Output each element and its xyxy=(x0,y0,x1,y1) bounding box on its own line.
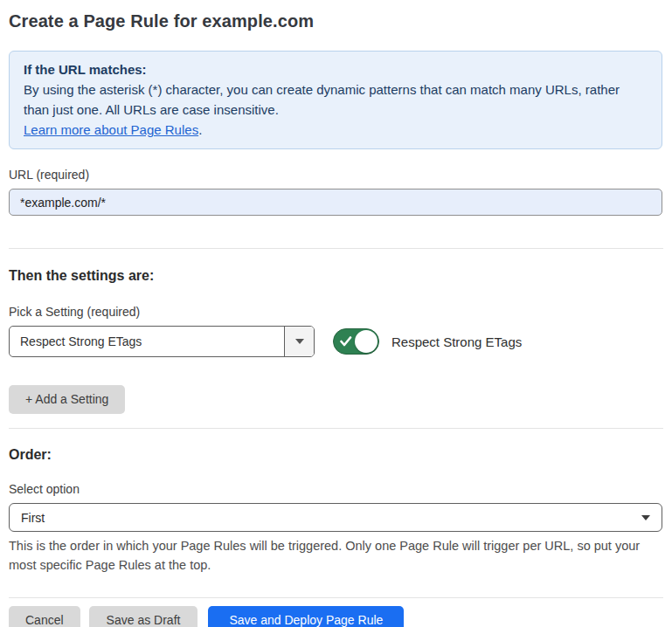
pick-setting-label: Pick a Setting (required) xyxy=(9,305,663,320)
save-deploy-button[interactable]: Save and Deploy Page Rule xyxy=(208,606,404,627)
order-select-value: First xyxy=(21,511,45,525)
setting-select[interactable]: Respect Strong ETags xyxy=(9,326,315,357)
url-label: URL (required) xyxy=(9,168,663,183)
page-title: Create a Page Rule for example.com xyxy=(9,10,663,32)
cancel-button[interactable]: Cancel xyxy=(9,606,80,627)
order-select[interactable]: First xyxy=(9,503,662,532)
order-heading: Order: xyxy=(9,446,663,463)
chevron-down-icon xyxy=(295,339,304,344)
info-box-body: By using the asterisk (*) character, you… xyxy=(24,79,648,120)
info-box-heading: If the URL matches: xyxy=(24,59,648,79)
divider xyxy=(9,248,663,249)
url-input[interactable] xyxy=(9,189,662,216)
info-link-line: Learn more about Page Rules. xyxy=(24,120,648,140)
etag-toggle[interactable] xyxy=(333,328,379,355)
divider xyxy=(9,597,663,598)
link-period: . xyxy=(198,122,202,137)
select-option-label: Select option xyxy=(9,482,663,497)
setting-select-arrow-box xyxy=(284,327,314,356)
chevron-down-icon xyxy=(641,515,650,520)
toggle-label: Respect Strong ETags xyxy=(391,334,522,349)
divider xyxy=(9,428,663,429)
url-match-info-box: If the URL matches: By using the asteris… xyxy=(9,51,662,149)
learn-more-link[interactable]: Learn more about Page Rules xyxy=(24,122,198,137)
setting-row: Respect Strong ETags Respect Strong ETag… xyxy=(9,326,663,357)
toggle-knob xyxy=(355,330,378,353)
create-page-rule-form: Create a Page Rule for example.com If th… xyxy=(0,0,672,627)
settings-heading: Then the settings are: xyxy=(9,267,663,284)
order-help-text: This is the order in which your Page Rul… xyxy=(9,536,662,575)
save-draft-button[interactable]: Save as Draft xyxy=(89,606,198,627)
setting-select-value: Respect Strong ETags xyxy=(10,327,284,356)
check-icon xyxy=(340,336,352,347)
actions-bar: Cancel Save as Draft Save and Deploy Pag… xyxy=(9,606,663,627)
add-setting-button[interactable]: + Add a Setting xyxy=(9,385,125,414)
